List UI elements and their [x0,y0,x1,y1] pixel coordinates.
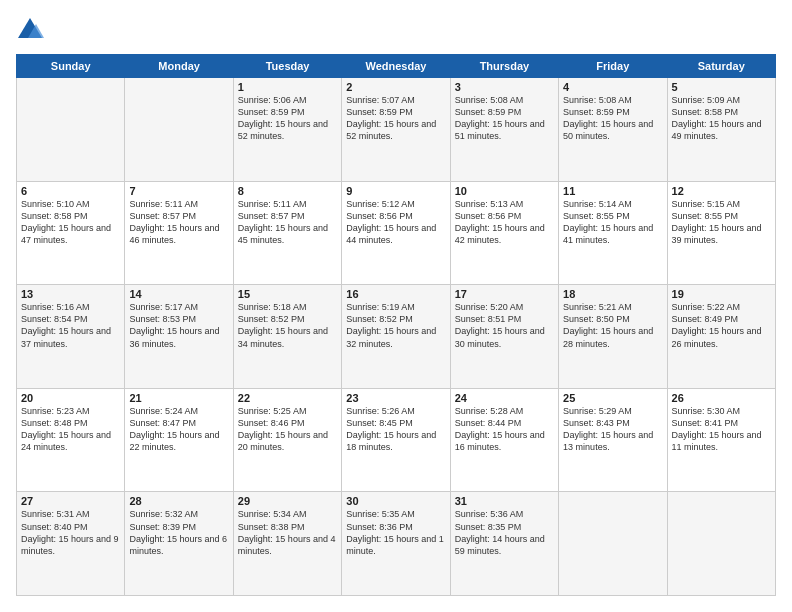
calendar-cell: 13Sunrise: 5:16 AMSunset: 8:54 PMDayligh… [17,285,125,389]
day-number: 21 [129,392,228,404]
day-info: Sunrise: 5:17 AMSunset: 8:53 PMDaylight:… [129,301,228,350]
day-info: Sunrise: 5:35 AMSunset: 8:36 PMDaylight:… [346,508,445,557]
day-info: Sunrise: 5:15 AMSunset: 8:55 PMDaylight:… [672,198,771,247]
calendar-week: 6Sunrise: 5:10 AMSunset: 8:58 PMDaylight… [17,181,776,285]
calendar-cell [17,78,125,182]
day-info: Sunrise: 5:29 AMSunset: 8:43 PMDaylight:… [563,405,662,454]
day-number: 28 [129,495,228,507]
day-number: 17 [455,288,554,300]
calendar-cell: 17Sunrise: 5:20 AMSunset: 8:51 PMDayligh… [450,285,558,389]
day-info: Sunrise: 5:22 AMSunset: 8:49 PMDaylight:… [672,301,771,350]
day-number: 6 [21,185,120,197]
day-number: 7 [129,185,228,197]
weekday-header: Sunday [17,55,125,78]
day-number: 4 [563,81,662,93]
calendar-cell [667,492,775,596]
day-info: Sunrise: 5:30 AMSunset: 8:41 PMDaylight:… [672,405,771,454]
day-number: 23 [346,392,445,404]
day-number: 3 [455,81,554,93]
weekday-header: Tuesday [233,55,341,78]
weekday-header: Friday [559,55,667,78]
day-info: Sunrise: 5:07 AMSunset: 8:59 PMDaylight:… [346,94,445,143]
day-number: 25 [563,392,662,404]
page: SundayMondayTuesdayWednesdayThursdayFrid… [0,0,792,612]
day-number: 8 [238,185,337,197]
day-info: Sunrise: 5:13 AMSunset: 8:56 PMDaylight:… [455,198,554,247]
day-info: Sunrise: 5:12 AMSunset: 8:56 PMDaylight:… [346,198,445,247]
day-number: 30 [346,495,445,507]
day-number: 15 [238,288,337,300]
day-info: Sunrise: 5:11 AMSunset: 8:57 PMDaylight:… [238,198,337,247]
day-info: Sunrise: 5:18 AMSunset: 8:52 PMDaylight:… [238,301,337,350]
calendar-cell: 26Sunrise: 5:30 AMSunset: 8:41 PMDayligh… [667,388,775,492]
calendar-week: 20Sunrise: 5:23 AMSunset: 8:48 PMDayligh… [17,388,776,492]
day-number: 2 [346,81,445,93]
day-info: Sunrise: 5:34 AMSunset: 8:38 PMDaylight:… [238,508,337,557]
day-info: Sunrise: 5:08 AMSunset: 8:59 PMDaylight:… [455,94,554,143]
day-info: Sunrise: 5:09 AMSunset: 8:58 PMDaylight:… [672,94,771,143]
header [16,16,776,44]
weekday-header: Thursday [450,55,558,78]
calendar-cell: 6Sunrise: 5:10 AMSunset: 8:58 PMDaylight… [17,181,125,285]
day-number: 5 [672,81,771,93]
logo-icon [16,16,44,44]
day-info: Sunrise: 5:08 AMSunset: 8:59 PMDaylight:… [563,94,662,143]
day-number: 16 [346,288,445,300]
calendar-cell: 14Sunrise: 5:17 AMSunset: 8:53 PMDayligh… [125,285,233,389]
day-number: 29 [238,495,337,507]
calendar-week: 13Sunrise: 5:16 AMSunset: 8:54 PMDayligh… [17,285,776,389]
calendar-cell: 10Sunrise: 5:13 AMSunset: 8:56 PMDayligh… [450,181,558,285]
calendar-cell: 19Sunrise: 5:22 AMSunset: 8:49 PMDayligh… [667,285,775,389]
calendar-cell: 2Sunrise: 5:07 AMSunset: 8:59 PMDaylight… [342,78,450,182]
day-number: 18 [563,288,662,300]
calendar-cell: 7Sunrise: 5:11 AMSunset: 8:57 PMDaylight… [125,181,233,285]
calendar-cell: 25Sunrise: 5:29 AMSunset: 8:43 PMDayligh… [559,388,667,492]
day-info: Sunrise: 5:11 AMSunset: 8:57 PMDaylight:… [129,198,228,247]
calendar-cell: 18Sunrise: 5:21 AMSunset: 8:50 PMDayligh… [559,285,667,389]
day-info: Sunrise: 5:19 AMSunset: 8:52 PMDaylight:… [346,301,445,350]
day-info: Sunrise: 5:28 AMSunset: 8:44 PMDaylight:… [455,405,554,454]
day-number: 12 [672,185,771,197]
calendar-cell: 1Sunrise: 5:06 AMSunset: 8:59 PMDaylight… [233,78,341,182]
day-number: 22 [238,392,337,404]
day-number: 9 [346,185,445,197]
calendar-cell: 27Sunrise: 5:31 AMSunset: 8:40 PMDayligh… [17,492,125,596]
calendar-cell: 23Sunrise: 5:26 AMSunset: 8:45 PMDayligh… [342,388,450,492]
day-info: Sunrise: 5:06 AMSunset: 8:59 PMDaylight:… [238,94,337,143]
day-number: 24 [455,392,554,404]
day-info: Sunrise: 5:21 AMSunset: 8:50 PMDaylight:… [563,301,662,350]
day-number: 11 [563,185,662,197]
day-number: 27 [21,495,120,507]
calendar-cell [125,78,233,182]
calendar-header: SundayMondayTuesdayWednesdayThursdayFrid… [17,55,776,78]
weekday-header: Monday [125,55,233,78]
day-number: 26 [672,392,771,404]
day-info: Sunrise: 5:14 AMSunset: 8:55 PMDaylight:… [563,198,662,247]
day-number: 1 [238,81,337,93]
calendar-cell: 22Sunrise: 5:25 AMSunset: 8:46 PMDayligh… [233,388,341,492]
calendar-cell: 30Sunrise: 5:35 AMSunset: 8:36 PMDayligh… [342,492,450,596]
day-number: 14 [129,288,228,300]
day-info: Sunrise: 5:16 AMSunset: 8:54 PMDaylight:… [21,301,120,350]
calendar: SundayMondayTuesdayWednesdayThursdayFrid… [16,54,776,596]
day-number: 13 [21,288,120,300]
calendar-week: 27Sunrise: 5:31 AMSunset: 8:40 PMDayligh… [17,492,776,596]
day-info: Sunrise: 5:10 AMSunset: 8:58 PMDaylight:… [21,198,120,247]
calendar-cell: 20Sunrise: 5:23 AMSunset: 8:48 PMDayligh… [17,388,125,492]
calendar-cell: 21Sunrise: 5:24 AMSunset: 8:47 PMDayligh… [125,388,233,492]
day-info: Sunrise: 5:24 AMSunset: 8:47 PMDaylight:… [129,405,228,454]
day-info: Sunrise: 5:23 AMSunset: 8:48 PMDaylight:… [21,405,120,454]
calendar-cell: 3Sunrise: 5:08 AMSunset: 8:59 PMDaylight… [450,78,558,182]
weekday-header: Saturday [667,55,775,78]
calendar-cell: 28Sunrise: 5:32 AMSunset: 8:39 PMDayligh… [125,492,233,596]
calendar-cell: 31Sunrise: 5:36 AMSunset: 8:35 PMDayligh… [450,492,558,596]
day-info: Sunrise: 5:26 AMSunset: 8:45 PMDaylight:… [346,405,445,454]
day-number: 20 [21,392,120,404]
calendar-cell: 8Sunrise: 5:11 AMSunset: 8:57 PMDaylight… [233,181,341,285]
day-number: 19 [672,288,771,300]
calendar-body: 1Sunrise: 5:06 AMSunset: 8:59 PMDaylight… [17,78,776,596]
day-info: Sunrise: 5:32 AMSunset: 8:39 PMDaylight:… [129,508,228,557]
logo [16,16,48,44]
day-number: 31 [455,495,554,507]
calendar-cell: 15Sunrise: 5:18 AMSunset: 8:52 PMDayligh… [233,285,341,389]
